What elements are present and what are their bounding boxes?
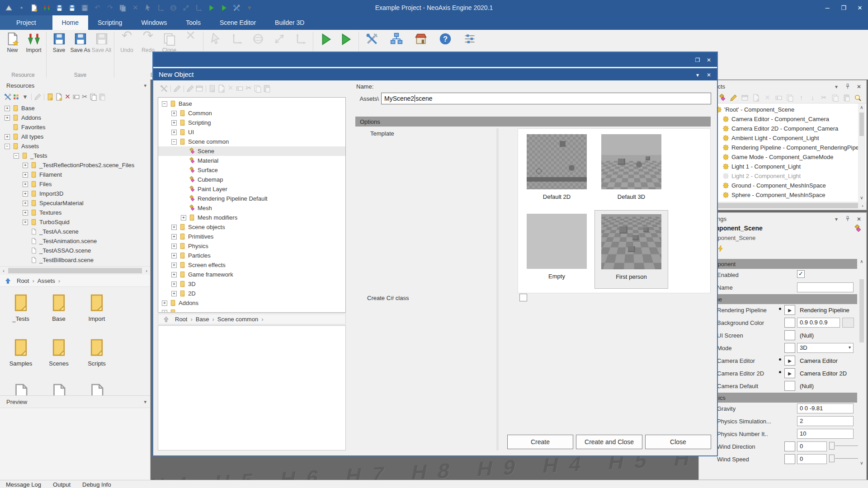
tree-item[interactable]: +Import3D <box>0 189 150 198</box>
scale-tool-button[interactable] <box>273 32 286 46</box>
expand-reference-button[interactable]: ▶ <box>784 305 795 315</box>
template-default-2d[interactable]: Default 2D <box>520 131 594 209</box>
create-and-close-button[interactable]: Create and Close <box>576 435 642 449</box>
floppy-button[interactable] <box>68 4 76 12</box>
name-input[interactable]: MyScene2 scene <box>381 93 711 104</box>
import-button[interactable] <box>42 4 51 12</box>
axis-button[interactable] <box>194 4 203 12</box>
copy-button[interactable] <box>786 94 794 102</box>
tree-item[interactable]: +Filament <box>0 170 150 179</box>
close-button[interactable]: ✕ <box>855 215 863 222</box>
tab-builder-3d[interactable]: Builder 3D <box>265 15 314 30</box>
scroll-right-icon[interactable]: › <box>859 203 866 208</box>
tree-item[interactable]: +Textures <box>0 208 150 217</box>
expand-icon[interactable]: + <box>171 234 177 239</box>
scrollbar-thumb[interactable] <box>700 203 858 208</box>
close-button[interactable]: ✕ <box>855 83 863 90</box>
default-box[interactable] <box>784 318 795 328</box>
expand-reference-button[interactable]: ▶ <box>784 356 795 366</box>
tree-item[interactable]: +SpecularMaterial <box>0 198 150 208</box>
tree-item[interactable]: Surface <box>158 165 345 175</box>
minimize-button[interactable]: ─ <box>819 0 835 15</box>
cut-button[interactable]: ✂ <box>820 94 828 102</box>
search-button[interactable] <box>854 94 862 102</box>
collapse-icon[interactable]: − <box>5 144 10 149</box>
caret-down-button[interactable]: ▾ <box>21 93 29 101</box>
new-folder-button[interactable] <box>208 84 217 93</box>
tree-item[interactable]: +Particles <box>158 251 345 260</box>
scrollbar-thumb[interactable] <box>859 113 864 136</box>
maximize-button[interactable]: ❐ <box>835 0 852 15</box>
new-file-button[interactable] <box>217 84 226 93</box>
tree-item[interactable]: −Assets <box>0 141 150 151</box>
pencil-button[interactable] <box>33 93 42 101</box>
collapse-icon[interactable]: − <box>14 153 19 159</box>
tab-scene-editor[interactable]: Scene Editor <box>210 15 265 30</box>
floppy-gray-button[interactable] <box>80 4 89 12</box>
property-input[interactable]: 10 <box>797 429 854 439</box>
object-item[interactable]: 'Root' - Component_Scene <box>699 105 866 114</box>
tree-item[interactable]: +TurboSquid <box>0 217 150 227</box>
folder-tile[interactable]: _Tests <box>2 292 40 322</box>
window-button[interactable] <box>741 94 749 102</box>
new-file-button[interactable] <box>30 4 38 12</box>
events-icon[interactable] <box>717 244 724 253</box>
resources-hscrollbar[interactable]: ‹ › <box>0 266 150 275</box>
close-button[interactable]: ✕ <box>705 71 712 78</box>
scrollbar-thumb[interactable] <box>8 268 142 273</box>
chevron-down-icon[interactable]: ▾ <box>144 399 146 405</box>
item-button[interactable] <box>718 94 726 102</box>
tree-item[interactable]: +Scripting <box>158 118 345 127</box>
expand-icon[interactable]: + <box>171 244 177 249</box>
redo-button[interactable]: ↷Redo <box>137 32 159 53</box>
scroll-right-icon[interactable]: › <box>143 268 150 273</box>
property-slider[interactable] <box>829 454 863 464</box>
expand-icon[interactable]: + <box>171 111 177 116</box>
expand-icon[interactable]: + <box>171 253 177 258</box>
expand-icon[interactable]: + <box>5 115 10 121</box>
axis-tool-button[interactable] <box>294 32 307 46</box>
play-button[interactable] <box>339 32 353 47</box>
expand-icon[interactable]: + <box>5 106 10 111</box>
tree-item[interactable]: −_Tests <box>0 151 150 160</box>
play-button[interactable] <box>207 4 216 12</box>
create-button[interactable]: Create <box>507 435 573 449</box>
expand-icon[interactable]: + <box>23 210 28 216</box>
expand-icon[interactable]: + <box>23 163 28 168</box>
pointer-tool-button[interactable] <box>209 32 222 46</box>
options-splitter[interactable] <box>496 128 499 450</box>
tree-item[interactable]: +All types <box>0 132 150 141</box>
cut-button[interactable]: ✂ <box>80 93 89 101</box>
caret-down-button[interactable]: ▾ <box>833 83 840 90</box>
play-button[interactable] <box>220 4 228 12</box>
tree-item[interactable]: +_TestReflectionProbes2.scene_Files <box>0 160 150 170</box>
breadcrumb-segment[interactable]: Base <box>196 316 209 323</box>
rename-button[interactable] <box>72 93 80 101</box>
objects-hscrollbar[interactable]: › <box>699 202 866 209</box>
expand-icon[interactable]: + <box>162 310 167 313</box>
sliders-button[interactable] <box>463 32 476 46</box>
dialog-titlebar[interactable]: New Object ▾✕ <box>153 68 717 80</box>
file-tile[interactable] <box>2 382 40 395</box>
cut-button[interactable]: ✂ <box>244 84 253 93</box>
property-input[interactable]: 2 <box>797 416 854 426</box>
settings-scrollbar[interactable]: ∧ ∨ <box>858 259 865 467</box>
expand-icon[interactable]: + <box>171 282 177 287</box>
tree-item[interactable]: +Files <box>0 179 150 189</box>
expand-icon[interactable]: + <box>171 225 177 230</box>
scale-button[interactable] <box>182 4 190 12</box>
folder-tile[interactable]: Import <box>78 292 116 322</box>
default-box[interactable] <box>784 381 795 391</box>
copy-button[interactable] <box>89 93 98 101</box>
paste-button[interactable] <box>98 93 106 101</box>
tree-item[interactable]: +Addons <box>158 298 345 308</box>
tree-item[interactable]: +Primitives <box>158 232 345 241</box>
default-box[interactable] <box>784 330 795 340</box>
help-button[interactable]: ? <box>439 32 452 46</box>
file-tile[interactable] <box>78 382 116 395</box>
breadcrumb-segment[interactable]: Assets <box>38 277 55 284</box>
folder-tile[interactable]: Scripts <box>78 337 116 367</box>
scroll-up-icon[interactable]: ∧ <box>860 259 863 264</box>
wrench-tools-button[interactable] <box>160 84 169 93</box>
tree-item[interactable]: +Addons <box>0 113 150 122</box>
